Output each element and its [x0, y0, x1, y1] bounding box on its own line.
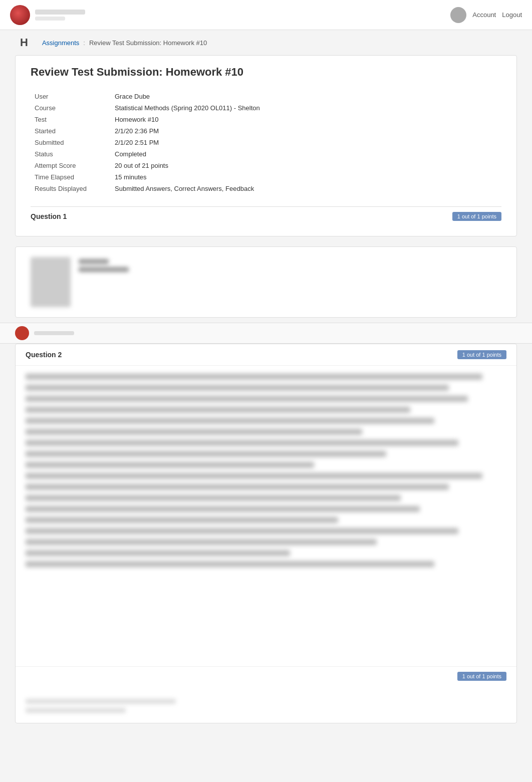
institution-title [35, 10, 85, 15]
institution-name-block [35, 10, 85, 21]
question2-bottom-line2 [26, 708, 126, 713]
info-row-time-elapsed: Time Elapsed 15 minutes [31, 171, 501, 183]
info-row-status: Status Completed [31, 148, 501, 160]
info-row-user: User Grace Dube [31, 91, 501, 102]
institution-logo [10, 5, 30, 25]
question1-header: Question 1 1 out of 1 points [31, 206, 501, 226]
question2-score-bottom: 1 out of 1 points [16, 666, 516, 686]
info-row-attempt-score: Attempt Score 20 out of 21 points [31, 160, 501, 171]
q2-row-7 [26, 440, 458, 446]
q2-row-14 [26, 517, 338, 523]
q2-row-11 [26, 484, 449, 490]
question1-image [31, 257, 71, 307]
breadcrumb-current-page: Review Test Submission: Homework #10 [89, 39, 207, 47]
q2-row-4 [26, 407, 410, 413]
breadcrumb-assignments-link[interactable]: Assignments [42, 39, 79, 47]
q2-row-2 [26, 385, 449, 391]
mini-avatar [15, 326, 29, 340]
course-value: Statistical Methods (Spring 2020 OL011) … [111, 102, 501, 114]
q2-row-16 [26, 539, 377, 545]
main-content-card: Review Test Submission: Homework #10 Use… [15, 55, 517, 236]
q2-row-10 [26, 473, 482, 479]
institution-subtitle [35, 17, 65, 21]
submission-info-table: User Grace Dube Course Statistical Metho… [31, 91, 501, 194]
q2-row-17 [26, 550, 290, 556]
question2-bottom-score-badge: 1 out of 1 points [457, 672, 506, 681]
question1-score-badge: 1 out of 1 points [452, 212, 501, 221]
question2-bottom-text-area [16, 686, 516, 723]
time-elapsed-value: 15 minutes [111, 171, 501, 183]
submitted-value: 2/1/20 2:51 PM [111, 137, 501, 148]
logout-link[interactable]: Logout [502, 11, 522, 19]
header-nav: Account Logout [450, 7, 522, 23]
q2-row-1 [26, 374, 482, 380]
header-logo-area [10, 5, 85, 25]
user-label: User [31, 91, 111, 102]
status-label: Status [31, 148, 111, 160]
breadcrumb: H Assignments : Review Test Submission: … [0, 30, 532, 55]
info-row-submitted: Submitted 2/1/20 2:51 PM [31, 137, 501, 148]
mini-text-line [34, 331, 74, 335]
question2-score-badge: 1 out of 1 points [457, 350, 506, 359]
info-row-test: Test Homework #10 [31, 114, 501, 125]
between-questions-bar [0, 323, 532, 344]
breadcrumb-separator: : [83, 39, 85, 47]
account-link[interactable]: Account [472, 11, 496, 19]
q2-row-5 [26, 418, 434, 424]
course-label: Course [31, 102, 111, 114]
q2-row-8 [26, 451, 386, 457]
page-title: Review Test Submission: Homework #10 [31, 66, 501, 79]
question2-blurred-rows [26, 374, 506, 567]
started-label: Started [31, 125, 111, 137]
q2-row-3 [26, 396, 468, 402]
question1-blurred-content [31, 257, 501, 307]
q2-row-18 [26, 561, 434, 567]
breadcrumb-home: H [20, 36, 28, 49]
attempt-score-label: Attempt Score [31, 160, 111, 171]
avatar [450, 7, 466, 23]
question2-bottom-line1 [26, 699, 176, 704]
user-value: Grace Dube [111, 91, 501, 102]
q2-row-9 [26, 462, 314, 468]
test-value: Homework #10 [111, 114, 501, 125]
q2-row-15 [26, 528, 458, 534]
question2-content [16, 366, 516, 666]
q2-row-6 [26, 429, 362, 435]
attempt-score-value: 20 out of 21 points [111, 160, 501, 171]
question2-area: Question 2 1 out of 1 points 1 out of 1 … [15, 344, 517, 723]
question2-label: Question 2 [26, 351, 62, 359]
q2-row-12 [26, 495, 401, 501]
results-displayed-label: Results Displayed [31, 183, 111, 194]
test-label: Test [31, 114, 111, 125]
status-value: Completed [111, 148, 501, 160]
info-row-course: Course Statistical Methods (Spring 2020 … [31, 102, 501, 114]
info-row-results-displayed: Results Displayed Submitted Answers, Cor… [31, 183, 501, 194]
question1-content-area [15, 246, 517, 318]
info-row-started: Started 2/1/20 2:36 PM [31, 125, 501, 137]
started-value: 2/1/20 2:36 PM [111, 125, 501, 137]
time-elapsed-label: Time Elapsed [31, 171, 111, 183]
q2-row-13 [26, 506, 420, 512]
blurred-line-1 [79, 259, 109, 264]
question1-label: Question 1 [31, 212, 67, 220]
site-header: Account Logout [0, 0, 532, 30]
results-displayed-value: Submitted Answers, Correct Answers, Feed… [111, 183, 501, 194]
question1-text [79, 257, 129, 272]
submitted-label: Submitted [31, 137, 111, 148]
blurred-line-2 [79, 267, 129, 272]
question2-header: Question 2 1 out of 1 points [16, 344, 516, 366]
